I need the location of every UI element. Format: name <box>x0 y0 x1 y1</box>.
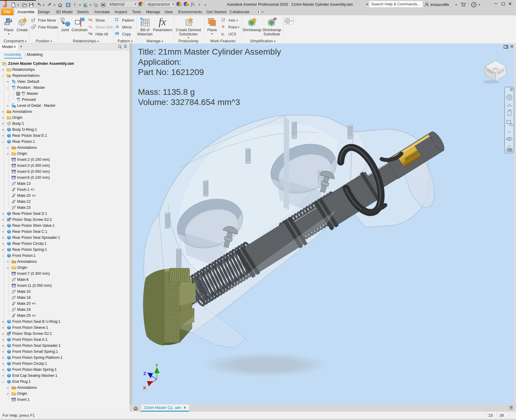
svg-text:Z: Z <box>143 371 146 376</box>
svg-text:X: X <box>143 385 146 390</box>
svg-text:Y: Y <box>155 363 158 368</box>
svg-text:TOP: TOP <box>492 67 499 70</box>
svg-text:?: ? <box>473 3 475 7</box>
